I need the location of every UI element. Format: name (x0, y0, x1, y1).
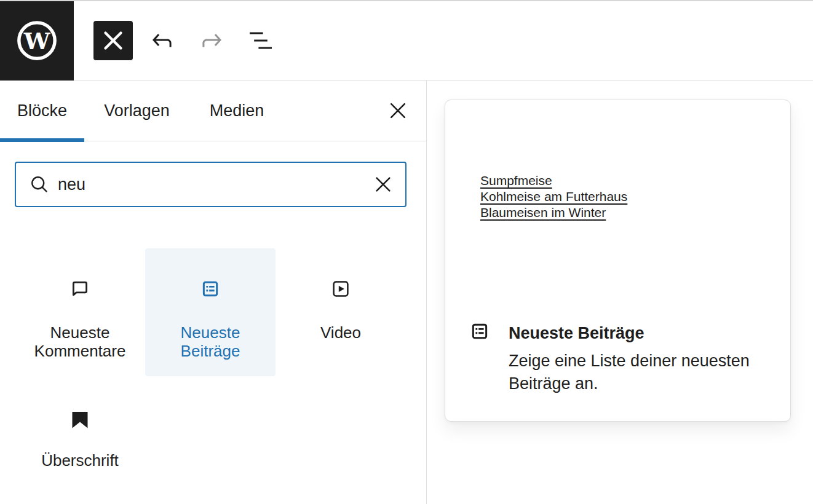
block-results-grid: Neueste Kommentare Neueste Beiträge Vide… (15, 248, 406, 504)
close-inserter-button[interactable] (383, 96, 413, 125)
block-item-neueste-beitraege[interactable]: Neueste Beiträge (145, 248, 276, 376)
block-item-label: Neueste Beiträge (157, 323, 263, 360)
block-preview-card: Sumpfmeise Kohlmeise am Futterhaus Blaum… (445, 100, 791, 422)
inserter-tab-bar: Blöcke Vorlagen Medien (0, 81, 426, 141)
redo-arrow-icon (197, 26, 226, 55)
document-overview-button[interactable] (241, 21, 280, 60)
block-search-box (15, 162, 406, 207)
block-item-neueste-kommentare[interactable]: Neueste Kommentare (15, 248, 145, 376)
editor-top-bar: W (0, 0, 813, 81)
block-preview-panel: Sumpfmeise Kohlmeise am Futterhaus Blaum… (427, 81, 813, 504)
preview-post-link: Blaumeisen im Winter (480, 205, 627, 221)
list-view-icon (246, 26, 276, 55)
redo-button[interactable] (192, 21, 231, 60)
tab-blocks[interactable]: Blöcke (0, 81, 84, 141)
undo-button[interactable] (143, 21, 182, 60)
bookmark-icon (15, 406, 145, 433)
window-top-edge (0, 0, 813, 1)
comment-icon (15, 275, 145, 302)
block-item-label: Neueste Kommentare (27, 323, 133, 360)
tab-blocks-label: Blöcke (17, 101, 67, 120)
svg-text:W: W (23, 26, 51, 54)
block-title: Neueste Beiträge (509, 324, 644, 343)
block-inserter-toggle-button[interactable] (93, 21, 133, 60)
preview-post-link: Kohlmeise am Futterhaus (480, 189, 627, 205)
close-icon (93, 21, 133, 60)
block-description: Zeige eine Liste deiner neuesten Beiträg… (509, 350, 788, 395)
close-icon (383, 96, 413, 125)
tab-patterns[interactable]: Vorlagen (84, 81, 189, 141)
post-list-icon (145, 275, 276, 302)
tab-media[interactable]: Medien (189, 81, 284, 141)
undo-arrow-icon (148, 26, 177, 55)
post-list-icon (469, 320, 491, 342)
block-example-preview: Sumpfmeise Kohlmeise am Futterhaus Blaum… (480, 173, 627, 221)
clear-search-button[interactable] (368, 170, 398, 199)
wordpress-logo-icon: W (16, 20, 58, 61)
block-item-label: Video (288, 323, 394, 342)
tab-media-label: Medien (210, 101, 264, 120)
block-inserter-panel: Blöcke Vorlagen Medien (0, 81, 427, 504)
block-item-video[interactable]: Video (276, 248, 406, 376)
wordpress-logo[interactable]: W (0, 0, 74, 81)
video-icon (276, 275, 406, 302)
tab-patterns-label: Vorlagen (104, 101, 170, 120)
search-icon (30, 175, 49, 194)
block-item-label: Überschrift (27, 451, 133, 470)
preview-post-link: Sumpfmeise (480, 173, 627, 189)
search-input[interactable] (58, 163, 368, 206)
block-item-ueberschrift[interactable]: Überschrift (15, 376, 145, 504)
clear-icon (368, 170, 398, 199)
